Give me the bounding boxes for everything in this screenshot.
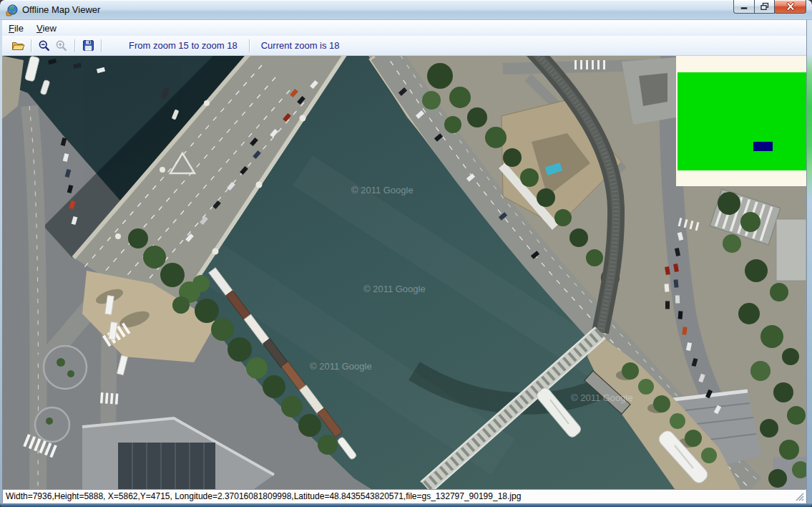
status-bar: Width=7936,Height=5888, X=5862,Y=4715, L… (2, 489, 806, 503)
toolbar-separator (74, 39, 75, 52)
menu-file-rest: ile (14, 23, 24, 34)
window-border-bottom[interactable] (0, 503, 812, 507)
zoom-out-button[interactable] (36, 38, 53, 54)
restore-button[interactable] (754, 0, 775, 14)
save-icon (82, 39, 94, 52)
toolbar-separator (249, 39, 250, 52)
minimap-viewport-rect (753, 142, 773, 151)
app-icon (6, 4, 18, 16)
minimize-icon (740, 4, 748, 10)
close-button[interactable] (774, 0, 806, 14)
window-controls (734, 0, 806, 14)
menu-view-rest: iew (42, 23, 57, 34)
zoom-in-button[interactable] (53, 38, 70, 54)
status-text: Width=7936,Height=5888, X=5862,Y=4715, L… (6, 491, 521, 501)
toolbar-separator (101, 39, 102, 52)
map-watermark: © 2011 Google (310, 361, 372, 372)
menu-bar: File View (2, 20, 806, 36)
overview-minimap[interactable] (676, 56, 806, 186)
title-bar[interactable]: Offline Map Viewer (0, 0, 812, 20)
map-watermark: © 2011 Google (363, 284, 426, 294)
folder-open-icon (11, 40, 25, 52)
menu-file[interactable]: File (2, 21, 30, 34)
app-window: Offline Map Viewer File (0, 0, 812, 507)
minimap-extent-area (678, 72, 806, 170)
save-button[interactable] (79, 38, 97, 54)
toolbar: From zoom 15 to zoom 18 Current zoom is … (2, 36, 806, 56)
minimize-button[interactable] (733, 0, 755, 14)
window-border-right[interactable] (806, 20, 812, 503)
open-file-button[interactable] (9, 38, 26, 54)
window-title: Offline Map Viewer (22, 0, 100, 20)
menu-file-accel: F (9, 23, 14, 34)
map-watermark: © 2011 Google (351, 185, 414, 195)
zoom-range-label: From zoom 15 to zoom 18 (122, 40, 245, 51)
map-viewport[interactable]: © 2011 Google © 2011 Google © 2011 Googl… (2, 56, 806, 489)
zoom-in-icon (55, 39, 68, 52)
close-icon (785, 2, 796, 11)
current-zoom-label: Current zoom is 18 (254, 40, 347, 51)
map-watermark: © 2011 Google (571, 392, 633, 403)
toolbar-separator (31, 39, 31, 52)
resize-grip-icon[interactable] (795, 492, 804, 501)
zoom-out-icon (38, 39, 51, 52)
menu-view[interactable]: View (30, 21, 63, 34)
restore-icon (760, 3, 769, 11)
window-border-left[interactable] (0, 20, 2, 503)
